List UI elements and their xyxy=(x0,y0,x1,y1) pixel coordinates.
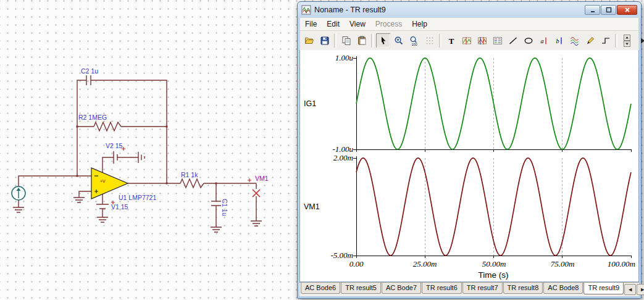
battery-v2[interactable] xyxy=(114,147,125,164)
copy-button[interactable] xyxy=(338,33,354,48)
app-icon xyxy=(301,5,311,15)
paste-icon xyxy=(357,36,367,46)
tab-ac-bode8[interactable]: AC Bode8 xyxy=(543,283,583,294)
xtick-0: 0.00 xyxy=(349,259,364,269)
curve-cursor-a-button[interactable] xyxy=(459,33,474,48)
diagram-canvas[interactable]: IG1 VM1 1.00u -1.00u 2.00m -5.00m 0.00 2… xyxy=(302,52,639,282)
marker-b-button[interactable]: b xyxy=(551,33,567,48)
xtick-3: 75.00m xyxy=(551,259,575,269)
grid-button[interactable] xyxy=(422,33,437,48)
tina-diagram-window: Noname - TR result9 File Edit View Proce… xyxy=(297,1,642,299)
plot-ig1 xyxy=(353,56,631,152)
result-tab-bar: AC Bode6 TR result5 AC Bode7 TR result6 … xyxy=(299,282,639,296)
current-source-ig1[interactable] xyxy=(12,186,25,200)
window-title: Noname - TR result9 xyxy=(314,6,582,14)
label-r2[interactable]: R2 1MEG xyxy=(78,114,107,121)
toolbar: 100 T a b xyxy=(299,31,639,50)
marker-b-icon: b xyxy=(554,36,564,46)
capacitor-c1[interactable] xyxy=(211,201,221,206)
tab-tr-result8[interactable]: TR result8 xyxy=(503,283,543,294)
select-cursor-button[interactable] xyxy=(375,33,391,48)
plot-vm1 xyxy=(353,156,631,258)
ytick-vm1-top: 2.00m xyxy=(333,153,353,162)
xtick-4: 100.00m xyxy=(608,259,635,269)
plot-area: IG1 VM1 1.00u -1.00u 2.00m -5.00m 0.00 2… xyxy=(300,50,638,281)
text-tool-button[interactable]: T xyxy=(443,33,459,48)
tab-scroll-left-button[interactable]: ◄ xyxy=(624,284,636,295)
curve-cursor-b-button[interactable] xyxy=(474,33,490,48)
resistor-r2[interactable] xyxy=(94,122,121,131)
polyline-button[interactable] xyxy=(598,33,613,48)
menu-process[interactable]: Process xyxy=(370,19,407,30)
menu-file[interactable]: File xyxy=(300,19,322,30)
curve-cursor-a-icon xyxy=(462,36,472,46)
ellipse-tool-icon xyxy=(524,36,533,46)
marker-a-icon: a xyxy=(539,36,549,46)
tab-ac-bode7[interactable]: AC Bode7 xyxy=(382,283,421,294)
line-tool-icon xyxy=(508,36,518,46)
diagram-client-area: IG1 VM1 1.00u -1.00u 2.00m -5.00m 0.00 2… xyxy=(299,50,639,282)
zoom-in-button[interactable] xyxy=(391,33,406,48)
window-titlebar[interactable]: Noname - TR result9 xyxy=(299,2,639,17)
close-button[interactable] xyxy=(617,5,637,15)
tab-tr-result5[interactable]: TR result5 xyxy=(341,283,381,294)
spinner-icon xyxy=(624,35,630,47)
minimize-button[interactable] xyxy=(585,5,600,15)
ytick-vm1-bottom: -5.00m xyxy=(331,251,353,260)
menu-help[interactable]: Help xyxy=(407,19,432,30)
label-vm1[interactable]: VM1 xyxy=(255,175,269,182)
menu-view[interactable]: View xyxy=(345,19,370,30)
save-button[interactable] xyxy=(317,33,332,48)
grid-dots-icon xyxy=(425,36,435,46)
tab-tr-result6[interactable]: TR result6 xyxy=(422,283,462,294)
schematic-canvas[interactable]: +V C2 1u R2 1MEG V2 15 U1 LMP7721 V1 15 … xyxy=(0,0,297,300)
svg-text:b: b xyxy=(556,38,559,44)
curve-cursor-b-icon xyxy=(477,36,487,46)
svg-text:T: T xyxy=(448,36,454,46)
colored-curves-button[interactable] xyxy=(567,33,582,48)
pen-icon xyxy=(585,36,595,46)
polyline-icon xyxy=(601,36,611,46)
pen-button[interactable] xyxy=(582,33,598,48)
maximize-icon xyxy=(605,6,613,14)
open-folder-icon xyxy=(304,36,314,46)
tab-tr-result7[interactable]: TR result7 xyxy=(462,283,503,294)
menu-edit[interactable]: Edit xyxy=(322,19,345,30)
ellipse-tool-button[interactable] xyxy=(521,33,536,48)
label-r1[interactable]: R1 1k xyxy=(181,171,198,178)
maximize-button[interactable] xyxy=(601,5,616,15)
forward-button[interactable] xyxy=(635,33,644,48)
label-v1[interactable]: V1 15 xyxy=(111,203,128,210)
interval-spinner[interactable] xyxy=(619,33,635,48)
paste-button[interactable] xyxy=(354,33,369,48)
capacitor-c2[interactable] xyxy=(86,75,91,85)
zoom-100-icon: 100 xyxy=(409,36,419,46)
x-axis-title: Time (s) xyxy=(479,270,509,280)
label-u1[interactable]: U1 LMP7721 xyxy=(119,194,156,201)
line-tool-button[interactable] xyxy=(505,33,521,48)
tina-workspace: +V C2 1u R2 1MEG V2 15 U1 LMP7721 V1 15 … xyxy=(0,0,644,300)
tab-tr-result9[interactable]: TR result9 xyxy=(583,283,624,294)
marker-a-button[interactable]: a xyxy=(536,33,551,48)
component-labels: C2 1u R2 1MEG V2 15 U1 LMP7721 V1 15 R1 … xyxy=(78,67,269,216)
legend-icon xyxy=(493,36,503,46)
label-v2[interactable]: V2 15 xyxy=(106,142,123,149)
xtick-1: 25.00m xyxy=(413,259,437,269)
xtick-2: 50.00m xyxy=(482,259,506,269)
ytick-ig1-top: 1.00u xyxy=(335,53,354,62)
opamp-supply-label: +V xyxy=(100,179,106,183)
tab-scroll-right-button[interactable]: ► xyxy=(637,284,644,295)
open-button[interactable] xyxy=(301,33,317,48)
resistor-r1[interactable] xyxy=(180,179,204,188)
label-c1[interactable]: C1 1u xyxy=(221,199,228,216)
label-c2[interactable]: C2 1u xyxy=(81,67,98,75)
zoom-100-button[interactable]: 100 xyxy=(406,33,422,48)
ground-symbols xyxy=(13,152,262,232)
toolbar-separator xyxy=(439,34,441,48)
tab-ac-bode6[interactable]: AC Bode6 xyxy=(301,283,340,294)
save-floppy-icon xyxy=(320,36,330,46)
cursor-arrow-icon xyxy=(378,36,388,46)
legend-button[interactable] xyxy=(490,33,505,48)
toolbar-separator xyxy=(371,34,374,48)
svg-text:100: 100 xyxy=(411,42,417,46)
